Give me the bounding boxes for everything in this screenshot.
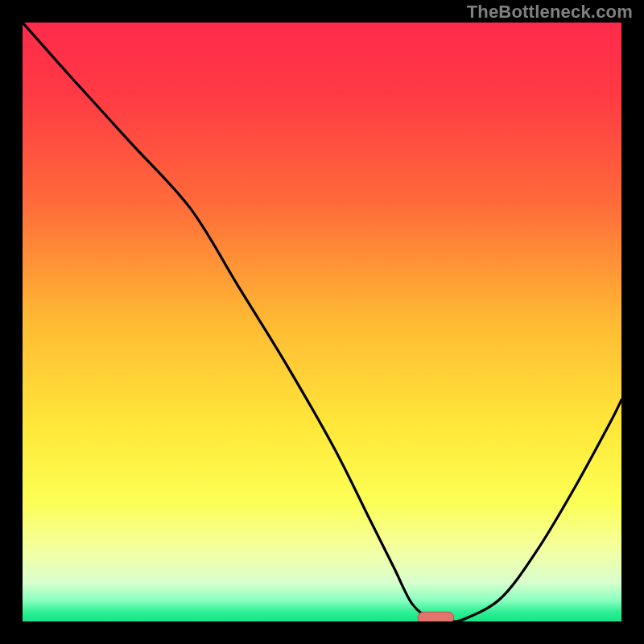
- watermark-text: TheBottleneck.com: [467, 2, 633, 23]
- plot-background: [23, 23, 621, 621]
- optimum-marker: [418, 612, 454, 623]
- bottleneck-chart: [0, 0, 644, 644]
- chart-frame: TheBottleneck.com: [0, 0, 644, 644]
